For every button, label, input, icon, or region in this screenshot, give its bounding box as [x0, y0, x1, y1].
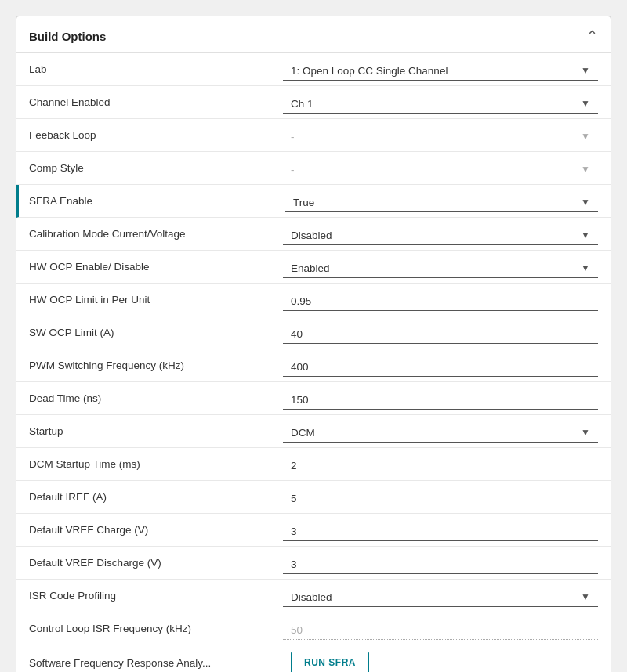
build-options-panel: Build Options ⌃ Lab1: Open Loop CC Singl…: [16, 16, 611, 672]
value-hw-ocp-enable[interactable]: Enabled▼: [283, 256, 598, 278]
panel-title: Build Options: [29, 30, 106, 43]
value-sfra-enable[interactable]: True▼: [285, 190, 598, 212]
label-default-iref: Default IREF (A): [16, 485, 283, 509]
dropdown-arrow-icon: ▼: [581, 164, 590, 175]
row-sfra-enable: SFRA EnableTrue▼: [16, 185, 611, 218]
row-default-iref: Default IREF (A)5: [16, 481, 611, 514]
row-dead-time: Dead Time (ns)150: [16, 382, 611, 415]
dropdown-arrow-icon: ▼: [581, 131, 590, 142]
row-default-vref-discharge: Default VREF Discharge (V)3: [16, 547, 611, 580]
value-lab[interactable]: 1: Open Loop CC Single Channel▼: [283, 59, 598, 81]
dropdown-arrow-icon[interactable]: ▼: [581, 591, 590, 602]
dropdown-arrow-icon[interactable]: ▼: [581, 65, 590, 76]
label-feedback-loop: Feeback Loop: [16, 123, 283, 147]
label-sfra-enable: SFRA Enable: [19, 189, 285, 213]
row-startup: StartupDCM▼: [16, 415, 611, 448]
row-comp-style: Comp Style-▼: [16, 152, 611, 185]
label-hw-ocp-limit: HW OCP Limit in Per Unit: [16, 287, 283, 312]
label-isr-code-profiling: ISR Code Profiling: [16, 583, 283, 608]
label-sw-ocp-limit: SW OCP Limit (A): [16, 320, 283, 345]
label-software-freq: Software Frequency Response Analy...: [16, 651, 283, 673]
value-software-freq: RUN SFRA: [283, 645, 611, 672]
value-comp-style: -▼: [283, 157, 598, 179]
value-dead-time[interactable]: 150: [283, 388, 598, 410]
value-startup[interactable]: DCM▼: [283, 421, 598, 443]
row-sw-ocp-limit: SW OCP Limit (A)40: [16, 316, 611, 349]
row-pwm-freq: PWM Switching Frequency (kHz)400: [16, 349, 611, 382]
value-feedback-loop: -▼: [283, 125, 598, 146]
value-default-iref[interactable]: 5: [283, 486, 598, 508]
label-default-vref-charge: Default VREF Charge (V): [16, 518, 283, 542]
value-sw-ocp-limit[interactable]: 40: [283, 322, 598, 344]
value-dcm-startup-time[interactable]: 2: [283, 453, 598, 475]
dropdown-arrow-icon[interactable]: ▼: [581, 427, 590, 438]
dropdown-arrow-icon[interactable]: ▼: [581, 98, 590, 109]
row-default-vref-charge: Default VREF Charge (V)3: [16, 514, 611, 547]
row-control-loop-isr: Control Loop ISR Frequency (kHz)50: [16, 612, 611, 645]
row-channel-enabled: Channel EnabledCh 1▼: [16, 86, 611, 119]
label-calibration-mode: Calibration Mode Current/Voltage: [16, 222, 283, 246]
label-hw-ocp-enable: HW OCP Enable/ Disable: [16, 255, 283, 279]
row-software-freq: Software Frequency Response Analy...RUN …: [16, 645, 611, 672]
row-hw-ocp-limit: HW OCP Limit in Per Unit0.95: [16, 284, 611, 316]
value-default-vref-discharge[interactable]: 3: [283, 552, 598, 574]
value-hw-ocp-limit[interactable]: 0.95: [283, 289, 598, 311]
row-feedback-loop: Feeback Loop-▼: [16, 119, 611, 152]
run-sfra-button[interactable]: RUN SFRA: [291, 652, 369, 672]
label-dead-time: Dead Time (ns): [16, 386, 283, 410]
row-dcm-startup-time: DCM Startup Time (ms)2: [16, 448, 611, 481]
value-calibration-mode[interactable]: Disabled▼: [283, 223, 598, 245]
dropdown-arrow-icon[interactable]: ▼: [581, 229, 590, 240]
label-lab: Lab: [16, 57, 283, 81]
label-pwm-freq: PWM Switching Frequency (kHz): [16, 353, 283, 378]
value-control-loop-isr: 50: [283, 618, 598, 640]
value-channel-enabled[interactable]: Ch 1▼: [283, 92, 598, 114]
collapse-icon[interactable]: ⌃: [586, 27, 598, 45]
label-dcm-startup-time: DCM Startup Time (ms): [16, 452, 283, 476]
label-control-loop-isr: Control Loop ISR Frequency (kHz): [16, 616, 283, 641]
label-default-vref-discharge: Default VREF Discharge (V): [16, 551, 283, 575]
label-comp-style: Comp Style: [16, 156, 283, 180]
row-calibration-mode: Calibration Mode Current/VoltageDisabled…: [16, 218, 611, 251]
dropdown-arrow-icon[interactable]: ▼: [581, 262, 590, 273]
value-default-vref-charge[interactable]: 3: [283, 519, 598, 541]
panel-header: Build Options ⌃: [16, 16, 611, 53]
value-isr-code-profiling[interactable]: Disabled▼: [283, 585, 598, 607]
dropdown-arrow-icon[interactable]: ▼: [581, 197, 590, 208]
label-channel-enabled: Channel Enabled: [16, 90, 283, 114]
label-startup: Startup: [16, 419, 283, 443]
value-pwm-freq[interactable]: 400: [283, 355, 598, 377]
row-hw-ocp-enable: HW OCP Enable/ DisableEnabled▼: [16, 251, 611, 284]
row-isr-code-profiling: ISR Code ProfilingDisabled▼: [16, 580, 611, 612]
rows-container: Lab1: Open Loop CC Single Channel▼Channe…: [16, 53, 611, 672]
row-lab: Lab1: Open Loop CC Single Channel▼: [16, 53, 611, 86]
